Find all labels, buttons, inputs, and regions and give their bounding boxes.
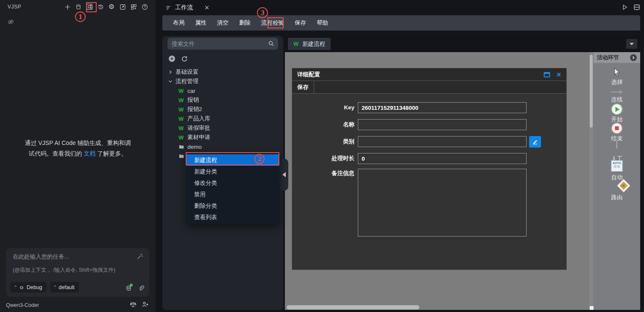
tree-item-flow[interactable]: W car — [162, 86, 283, 95]
run-play-icon[interactable] — [622, 4, 628, 11]
tree-item-folder[interactable]: demo — [162, 142, 283, 151]
remark-field[interactable] — [358, 169, 527, 237]
flow-save-icon[interactable] — [86, 3, 93, 11]
context-menu-disable[interactable]: 禁用 — [187, 189, 279, 200]
panel-collapse-handle[interactable] — [280, 159, 288, 191]
palette-label-connect: 连线 — [594, 96, 640, 103]
auto-node-icon[interactable]: AUTO ⚙⚙ — [611, 160, 623, 172]
model-name-label[interactable]: Qwen3-Coder — [6, 302, 39, 308]
menu-item-help[interactable]: 帮助 — [315, 18, 330, 28]
start-node-icon[interactable] — [611, 103, 623, 115]
maximize-icon[interactable] — [544, 72, 550, 78]
palette-label-select: 选择 — [594, 78, 640, 86]
tree-item-flow[interactable]: W 报销2 — [162, 105, 283, 114]
editor-tab-workflow[interactable]: 工作流 — [162, 0, 215, 15]
connect-arrow-icon[interactable] — [610, 89, 624, 95]
profile-select-button[interactable]: ^ default — [50, 282, 79, 292]
menu-item-layout[interactable]: 布局 — [171, 18, 187, 28]
end-node-icon[interactable] — [611, 123, 623, 134]
activity-palette: 活动环节 选择 连线 开始 结束 人工 AUTO ⚙⚙ — [594, 52, 640, 310]
category-edit-button[interactable] — [529, 136, 541, 148]
folder-icon — [178, 144, 184, 150]
close-icon[interactable] — [556, 72, 561, 77]
horizontal-scroll-thumb[interactable] — [287, 305, 419, 309]
context-menu-new-flow[interactable]: 新建流程 — [187, 154, 279, 166]
bug-icon — [19, 285, 24, 290]
palette-label-route: 路由 — [594, 194, 640, 201]
context-database-icon[interactable] — [125, 285, 132, 292]
detail-config-dialog: 详细配置 保存 Key 名称 类别 处理时长 — [292, 68, 567, 270]
canvas-tab-new-flow[interactable]: W 新建流程 — [288, 38, 331, 50]
extensions-icon[interactable] — [130, 3, 137, 11]
eye-off-icon[interactable] — [8, 19, 14, 25]
collapse-right-button[interactable] — [630, 54, 637, 61]
intro-line2: 试代码。查看我们的文档了解更多。 — [0, 148, 156, 159]
canvas-vertical-scrollbar[interactable] — [589, 52, 593, 310]
tree-item-flow[interactable]: W 素材申请 — [162, 133, 283, 142]
refresh-icon[interactable] — [181, 56, 188, 62]
duration-label: 处理时长 — [292, 153, 354, 164]
context-menu: 新建流程 新建分类 修改分类 禁用 删除分类 查看列表 — [187, 153, 279, 224]
status-dot — [130, 284, 133, 287]
split-layout-icon[interactable] — [633, 4, 640, 11]
brand-label: VJSP — [8, 4, 21, 10]
ai-code-panel: VJSP ⚙ — [0, 0, 156, 312]
open-external-icon[interactable] — [119, 3, 126, 11]
dialog-tab-save[interactable]: 保存 — [292, 81, 314, 93]
context-menu-new-category[interactable]: 新建分类 — [187, 166, 279, 177]
tree-item-flow[interactable]: W 产品入库 — [162, 114, 283, 123]
name-field[interactable] — [358, 119, 527, 130]
manual-node-icon[interactable] — [616, 142, 617, 148]
vertical-scroll-thumb[interactable] — [590, 55, 593, 128]
editor-tab-title: 工作流 — [175, 4, 193, 11]
tree-label: 报销2 — [187, 106, 202, 113]
scale-balance-icon[interactable] — [130, 301, 137, 308]
tree-label: 报销 — [187, 96, 199, 104]
category-field[interactable] — [358, 136, 527, 147]
tree-group-basic-settings[interactable]: 基础设置 — [162, 67, 283, 77]
help-icon[interactable] — [141, 3, 148, 11]
menu-item-validate[interactable]: 流程校验 — [259, 18, 286, 28]
magic-wand-icon[interactable] — [137, 253, 143, 260]
canvas-tab-label: 新建流程 — [302, 40, 325, 48]
menu-item-properties[interactable]: 属性 — [193, 18, 209, 28]
new-chat-plus-icon[interactable] — [64, 3, 71, 11]
history-icon[interactable] — [97, 3, 104, 11]
context-menu-view-list[interactable]: 查看列表 — [187, 212, 279, 223]
select-cursor-icon[interactable] — [613, 67, 621, 77]
profile-button-label: default — [59, 284, 75, 290]
tab-list-dropdown-button[interactable] — [626, 39, 637, 49]
duration-field[interactable] — [358, 153, 527, 164]
task-input-area[interactable]: 在此处输入您的任务... (@添加上下文， /输入命令, Shift+拖拽文件)… — [6, 248, 149, 297]
database-icon[interactable] — [75, 3, 82, 11]
workflow-w-icon: W — [178, 125, 184, 131]
docs-link[interactable]: 文档 — [84, 150, 96, 157]
search-input[interactable] — [167, 38, 278, 50]
folder-icon — [178, 153, 184, 159]
menu-item-clear[interactable]: 清空 — [215, 18, 231, 28]
tab-close-icon[interactable] — [204, 5, 209, 10]
attach-paperclip-icon[interactable] — [138, 285, 144, 292]
tree-group-flow-management[interactable]: 流程管理 — [162, 77, 283, 86]
settings-gear-icon[interactable]: ⚙ — [108, 3, 115, 11]
chevron-right-icon — [168, 70, 173, 74]
sort-lines-icon — [166, 5, 171, 11]
dialog-tabbar: 保存 — [292, 81, 566, 94]
key-field[interactable] — [358, 102, 527, 113]
menu-item-save[interactable]: 保存 — [293, 18, 308, 28]
menu-item-delete[interactable]: 删除 — [237, 18, 253, 28]
debug-mode-button[interactable]: ^ Debug — [10, 282, 47, 292]
collapse-caret-icon: ^ — [14, 285, 17, 290]
add-circle-icon[interactable] — [168, 55, 176, 62]
share-person-icon[interactable] — [142, 301, 148, 308]
context-menu-edit-category[interactable]: 修改分类 — [187, 177, 279, 189]
task-icon-row — [125, 285, 144, 292]
tree-item-flow[interactable]: W 请假审批 — [162, 123, 283, 133]
ai-panel-toolbar: ⚙ — [64, 3, 148, 11]
tree-label: car — [187, 88, 195, 94]
workflow-menubar: 布局 属性 清空 删除 流程校验 保存 帮助 — [162, 15, 640, 31]
dialog-titlebar: 详细配置 — [292, 68, 566, 81]
context-menu-delete-category[interactable]: 删除分类 — [187, 200, 279, 212]
tree-item-flow[interactable]: W 报销 — [162, 95, 283, 105]
explorer-actions — [168, 55, 188, 62]
